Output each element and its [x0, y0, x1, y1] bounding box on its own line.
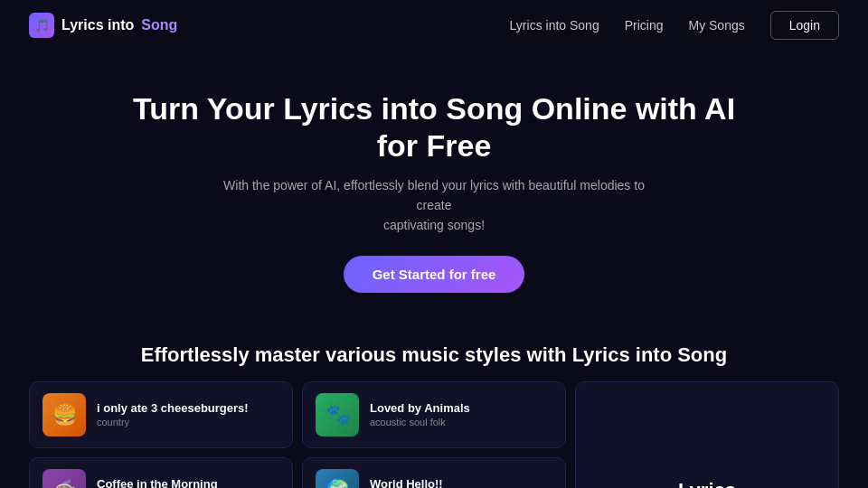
hero-section: Turn Your Lyrics into Song Online with A…: [0, 51, 868, 318]
song-card-world[interactable]: 🌍 World Hello!! pop: [302, 457, 566, 488]
cards-grid: 🍔 i only ate 3 cheeseburgers! country 🐾 …: [0, 381, 868, 488]
get-started-button[interactable]: Get Started for free: [344, 256, 525, 293]
nav-links: Lyrics into Song Pricing My Songs Login: [510, 11, 839, 40]
card-genre-animals: acoustic soul folk: [370, 417, 552, 427]
login-button[interactable]: Login: [770, 11, 839, 40]
card-thumb-animals: 🐾: [316, 393, 359, 436]
card-title-burger: i only ate 3 cheeseburgers!: [97, 401, 279, 415]
section-title: Effortlessly master various music styles…: [0, 343, 868, 367]
card-title-animals: Loved by Animals: [370, 401, 552, 415]
logo-text-accent: Song: [141, 17, 177, 33]
nav-link-pricing[interactable]: Pricing: [625, 18, 664, 33]
card-thumb-world: 🌍: [316, 469, 359, 488]
navbar: 🎵 Lyrics into Song Lyrics into Song Pric…: [0, 0, 868, 51]
logo[interactable]: 🎵 Lyrics into Song: [29, 13, 177, 38]
card-thumb-coffee: ☕: [42, 469, 86, 488]
card-genre-burger: country: [97, 417, 279, 427]
card-title-world: World Hello!!: [370, 477, 552, 488]
nav-link-mysongs[interactable]: My Songs: [688, 18, 744, 33]
song-card-coffee[interactable]: ☕ Coffee in the Morning aggressive funk: [29, 457, 293, 488]
card-title-coffee: Coffee in the Morning: [97, 477, 279, 488]
lyrics-panel-label: Lyrics: [678, 479, 736, 488]
logo-text-plain: Lyrics into: [61, 17, 134, 33]
lyrics-panel: Lyrics: [575, 381, 839, 488]
hero-title: Turn Your Lyrics into Song Online with A…: [127, 90, 741, 164]
card-thumb-burger: 🍔: [42, 393, 86, 436]
nav-link-lyrics[interactable]: Lyrics into Song: [510, 18, 599, 33]
song-card-animals[interactable]: 🐾 Loved by Animals acoustic soul folk: [302, 381, 566, 448]
song-card-burger[interactable]: 🍔 i only ate 3 cheeseburgers! country: [29, 381, 293, 448]
hero-subtitle: With the power of AI, effortlessly blend…: [217, 175, 651, 236]
logo-icon: 🎵: [29, 13, 54, 38]
